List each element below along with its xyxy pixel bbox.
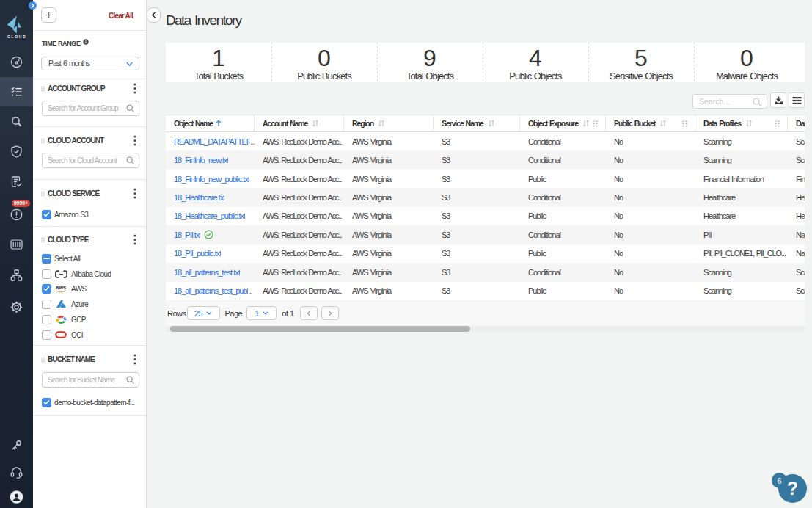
svg-text:aws: aws [56, 284, 66, 291]
